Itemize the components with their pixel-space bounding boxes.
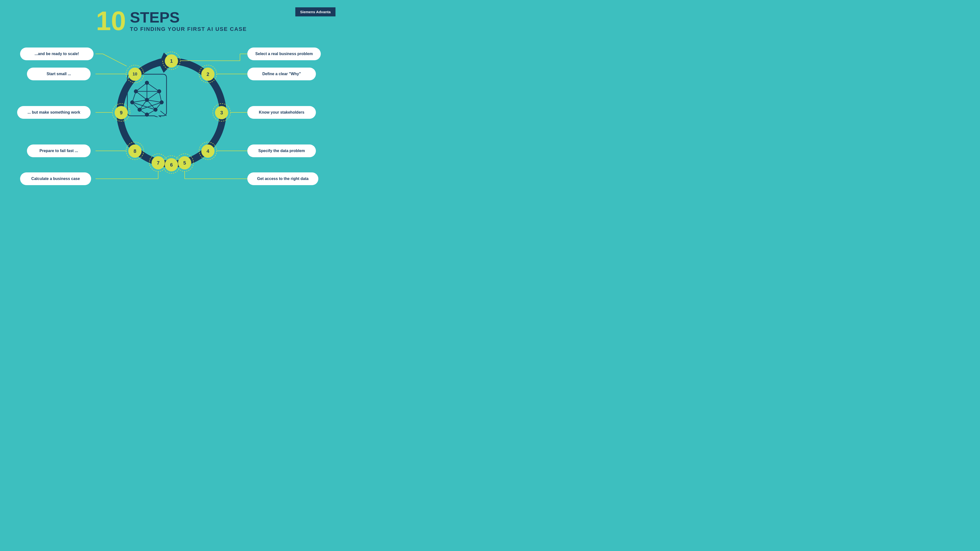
svg-line-47 — [159, 91, 162, 102]
label-define-why: Define a clear "Why" — [247, 68, 316, 80]
label-fail-fast: Prepare to fail fast ... — [27, 145, 91, 157]
label-ready-to-scale: ...and be ready to scale! — [20, 48, 94, 60]
step-6-circle: 6 — [165, 158, 178, 171]
svg-line-46 — [136, 91, 147, 100]
steps-title: STEPS — [130, 10, 247, 25]
subtitle: TO FINDING YOUR FIRST AI USE CASE — [130, 26, 247, 32]
step-2-circle: 2 — [201, 68, 215, 81]
step-7-circle: 7 — [151, 156, 165, 169]
svg-line-43 — [136, 83, 147, 91]
step-5-circle: 5 — [178, 156, 191, 169]
step-3-circle: 3 — [215, 106, 228, 119]
step-4-circle: 4 — [201, 145, 215, 158]
step-9-circle: 9 — [115, 106, 128, 119]
svg-line-44 — [147, 83, 159, 91]
label-make-something-work: ... but make something work — [17, 106, 91, 119]
svg-line-50 — [132, 100, 147, 102]
siemens-badge: Siemens Advanta — [295, 7, 336, 16]
label-select-business-problem: Select a real business problem — [247, 48, 321, 60]
label-get-access: Get access to the right data — [247, 172, 318, 185]
svg-line-48 — [147, 91, 159, 100]
svg-line-55 — [140, 110, 147, 115]
svg-line-45 — [132, 91, 136, 102]
step-8-circle: 8 — [128, 145, 142, 158]
title-group: STEPS TO FINDING YOUR FIRST AI USE CASE — [130, 7, 247, 32]
step-1-circle: 1 — [165, 54, 178, 68]
label-start-small: Start small ... — [27, 68, 91, 80]
step-10-circle: 10 — [128, 68, 142, 81]
svg-line-56 — [147, 110, 156, 115]
label-business-case: Calculate a business case — [20, 172, 91, 185]
svg-line-31 — [103, 54, 127, 66]
big-number: 10 — [96, 7, 126, 34]
label-specify-data: Specify the data problem — [247, 145, 316, 157]
ai-brain-icon — [123, 73, 172, 118]
header: 10 STEPS TO FINDING YOUR FIRST AI USE CA… — [96, 7, 247, 34]
label-know-stakeholders: Know your stakeholders — [247, 106, 316, 119]
